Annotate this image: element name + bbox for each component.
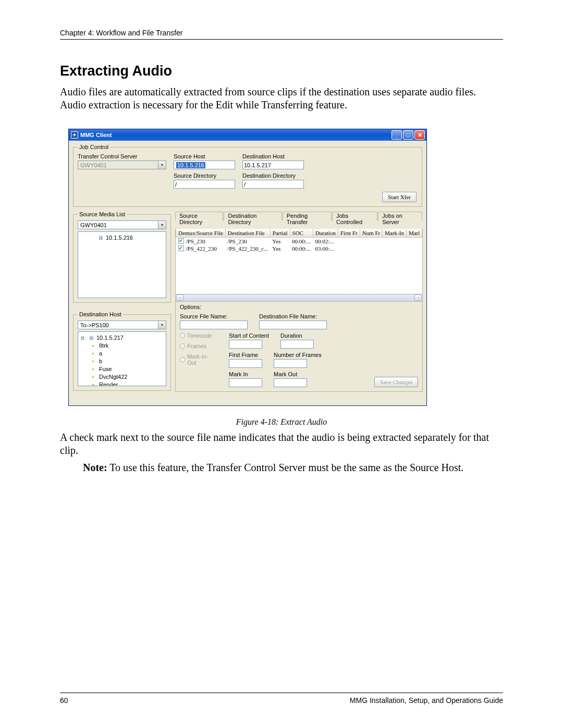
cell-dest: /PS_422_230_c... bbox=[225, 245, 270, 252]
dst-filename-input[interactable] bbox=[259, 320, 327, 329]
close-button[interactable]: ✕ bbox=[414, 130, 425, 140]
col-demux-source[interactable]: Demux/Source File bbox=[176, 229, 226, 237]
tree-node-folder[interactable]: ▪Render bbox=[80, 381, 164, 386]
tree-node-label: Fuse bbox=[99, 365, 112, 373]
mark-in-label: Mark In bbox=[229, 371, 262, 377]
computer-icon: 🖥 bbox=[96, 234, 104, 242]
page-number: 60 bbox=[60, 696, 68, 705]
note-label: Note: bbox=[83, 462, 107, 473]
tree-node-host[interactable]: ⊟ 🖥 10.1.5.217 bbox=[80, 334, 164, 342]
source-media-combo[interactable]: GWY0401 ▾ bbox=[78, 220, 166, 229]
src-filename-input[interactable] bbox=[180, 320, 248, 329]
tree-node-folder[interactable]: ▪Fuse bbox=[80, 365, 164, 373]
tree-node-folder[interactable]: ▪b bbox=[80, 357, 164, 365]
col-duration[interactable]: Duration bbox=[313, 229, 338, 237]
folder-icon: ▪ bbox=[90, 381, 97, 386]
cell-source: /PS_230 bbox=[186, 238, 205, 244]
tab-jobs-on-server[interactable]: Jobs on Server bbox=[378, 212, 422, 220]
tree-node-label: DvcNgt422 bbox=[99, 373, 127, 381]
mark-in-input[interactable] bbox=[229, 378, 262, 387]
source-media-tree[interactable]: 🖥 10.1.5.216 bbox=[78, 231, 166, 298]
num-frames-label: Number of Frames bbox=[274, 352, 322, 358]
radio-frames[interactable]: Frames bbox=[180, 343, 217, 349]
tree-node-folder[interactable]: ▪8trk bbox=[80, 342, 164, 350]
dest-dir-label: Destination Directory bbox=[242, 172, 304, 179]
table-row[interactable]: ✔/PS_230 /PS_230 Yes 00:00:... 00:02:... bbox=[176, 237, 422, 245]
source-dir-label: Source Directory bbox=[174, 172, 235, 179]
first-frame-label: First Frame bbox=[229, 352, 262, 358]
checkmark-paragraph: A check mark next to the source file nam… bbox=[60, 431, 503, 457]
radio-mark-in-out[interactable]: Mark-In-Out bbox=[180, 353, 217, 366]
col-partial[interactable]: Partial bbox=[270, 229, 290, 237]
page-header: Chapter 4: Workflow and File Transfer bbox=[60, 29, 503, 40]
tab-source-directory[interactable]: Source Directory bbox=[175, 212, 223, 220]
source-dir-field[interactable] bbox=[174, 180, 235, 189]
source-media-list-legend: Source Media List bbox=[78, 211, 127, 217]
chevron-down-icon: ▾ bbox=[158, 221, 166, 229]
section-heading: Extracting Audio bbox=[60, 63, 503, 79]
table-row[interactable]: ✔/PS_422_230 /PS_422_230_c... Yes 00:00:… bbox=[176, 245, 422, 252]
dest-host-field[interactable] bbox=[242, 161, 304, 169]
source-host-label: Source Host bbox=[174, 153, 235, 159]
tree-node-host[interactable]: 🖥 10.1.5.216 bbox=[80, 234, 164, 242]
start-content-input[interactable] bbox=[229, 340, 262, 349]
dst-filename-label: Destination File Name: bbox=[259, 313, 327, 319]
dest-dir-field[interactable] bbox=[242, 180, 304, 189]
tree-node-label: 10.1.5.217 bbox=[96, 334, 124, 342]
tab-jobs-controlled[interactable]: Jobs Controlled bbox=[332, 212, 377, 220]
col-soc[interactable]: SOC bbox=[290, 229, 313, 237]
radio-timecode[interactable]: Timecode bbox=[180, 332, 217, 339]
duration-input[interactable] bbox=[280, 340, 314, 349]
tree-node-folder[interactable]: ▪DvcNgt422 bbox=[80, 373, 164, 381]
save-changes-button[interactable]: Save Changes bbox=[374, 377, 418, 387]
destination-host-combo[interactable]: To->PS100 ▾ bbox=[78, 320, 166, 329]
col-first-fr[interactable]: First Fr bbox=[338, 229, 360, 237]
tcs-combo[interactable]: GWY0401 ▾ bbox=[78, 161, 166, 169]
maximize-button[interactable]: □ bbox=[403, 130, 413, 140]
folder-icon: ▪ bbox=[90, 365, 97, 373]
cell-partial: Yes bbox=[270, 237, 290, 245]
extract-audio-checkbox[interactable]: ✔ bbox=[178, 238, 184, 244]
mark-out-input[interactable] bbox=[274, 378, 307, 387]
tab-pending-transfer[interactable]: Pending Transfer bbox=[283, 212, 332, 220]
extract-audio-checkbox[interactable]: ✔ bbox=[178, 245, 184, 251]
window-titlebar[interactable]: ✦ MMG Client _ □ ✕ bbox=[69, 129, 426, 141]
tree-node-label: b bbox=[99, 357, 102, 365]
scroll-right-icon[interactable]: › bbox=[414, 294, 422, 301]
tcs-value: GWY0401 bbox=[79, 162, 107, 168]
options-title: Options: bbox=[180, 304, 418, 310]
col-destination-file[interactable]: Destination File bbox=[225, 229, 270, 237]
horizontal-scrollbar[interactable]: ‹ › bbox=[176, 294, 422, 301]
dest-host-label: Destination Host bbox=[242, 153, 304, 159]
note-text: To use this feature, the Transfer Contro… bbox=[107, 462, 464, 473]
figure-caption: Figure 4-18: Extract Audio bbox=[60, 417, 503, 427]
tab-destination-directory[interactable]: Destination Directory bbox=[224, 212, 282, 220]
destination-host-group: Destination Host To->PS100 ▾ ⊟ 🖥 10.1.5.… bbox=[73, 311, 171, 391]
destination-host-legend: Destination Host bbox=[78, 311, 123, 317]
tree-node-folder[interactable]: ▪a bbox=[80, 350, 164, 357]
job-control-group: Job Control Transfer Control Server GWY0… bbox=[73, 144, 422, 207]
source-host-field[interactable]: 10.1.5.216 bbox=[174, 161, 235, 169]
job-control-legend: Job Control bbox=[78, 144, 110, 150]
footer-guide-title: MMG Installation, Setup, and Operations … bbox=[350, 696, 503, 705]
cell-source: /PS_422_230 bbox=[186, 245, 217, 252]
col-num-fr[interactable]: Num Fr bbox=[360, 229, 383, 237]
start-xfer-button[interactable]: Start Xfer bbox=[382, 192, 417, 202]
folder-icon: ▪ bbox=[90, 357, 97, 365]
folder-icon: ▪ bbox=[90, 350, 97, 357]
first-frame-input[interactable] bbox=[229, 359, 262, 368]
destination-host-tree[interactable]: ⊟ 🖥 10.1.5.217 ▪8trk ▪a ▪b ▪Fuse ▪DvcNgt… bbox=[78, 331, 166, 386]
app-icon: ✦ bbox=[71, 131, 78, 139]
num-frames-input[interactable] bbox=[274, 359, 307, 368]
minimize-button[interactable]: _ bbox=[391, 130, 402, 140]
mmg-client-window: ✦ MMG Client _ □ ✕ Job Control Transfer … bbox=[68, 129, 427, 406]
col-mark-out[interactable]: Marl bbox=[406, 229, 422, 237]
tree-node-label: 8trk bbox=[99, 342, 108, 350]
note-paragraph: Note: To use this feature, the Transfer … bbox=[83, 461, 503, 474]
destination-host-value: To->PS100 bbox=[79, 322, 109, 328]
scroll-left-icon[interactable]: ‹ bbox=[176, 294, 183, 301]
source-media-list-group: Source Media List GWY0401 ▾ 🖥 10.1.5.216 bbox=[73, 211, 171, 303]
src-filename-label: Source File Name: bbox=[180, 313, 248, 319]
computer-icon: 🖥 bbox=[87, 334, 94, 342]
col-mark-in[interactable]: Mark-In bbox=[383, 229, 407, 237]
